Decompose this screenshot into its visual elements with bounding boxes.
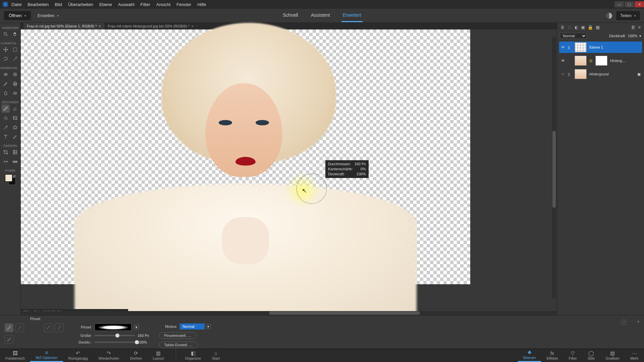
swap-colors-icon[interactable]: ⇄ <box>13 174 16 178</box>
size-slider[interactable] <box>95 335 135 336</box>
taskbar-fotobereich[interactable]: 🖼Fotobereich <box>0 349 30 362</box>
layer-name[interactable]: Hinterg… <box>610 59 626 63</box>
clone-stamp-tool-icon[interactable] <box>11 80 19 88</box>
menu-fenster[interactable]: Fenster <box>176 2 191 7</box>
tab-erweitert[interactable]: Erweitert <box>341 9 363 22</box>
close-tab-icon[interactable]: × <box>99 24 101 28</box>
blend-mode-select[interactable]: Normal <box>180 323 204 329</box>
eraser-tool-icon[interactable] <box>11 105 19 113</box>
options-menu-icon[interactable]: ⋯ <box>630 319 634 324</box>
zoom-tool-icon[interactable] <box>2 30 10 38</box>
collapse-options-icon[interactable]: ▾ <box>637 319 639 324</box>
taskbar-ebenen[interactable]: ❖Ebenen <box>518 349 541 362</box>
brush-variant-3-icon[interactable] <box>5 335 13 344</box>
taskbar-wz-optionen[interactable]: ≡WZ-Optionen <box>30 349 63 362</box>
lock-layer-icon[interactable]: 🔒 <box>588 25 593 30</box>
opacity-value[interactable]: 100% <box>138 340 147 344</box>
size-value[interactable]: 160 Px <box>138 334 149 338</box>
menu-filter[interactable]: Filter <box>141 2 150 7</box>
brush-settings-button[interactable]: Pinseleinstell. … <box>159 332 196 339</box>
spot-heal-tool-icon[interactable] <box>11 70 19 78</box>
menu-ebene[interactable]: Ebene <box>99 2 112 7</box>
adjustment-layer-icon[interactable]: ◐ <box>575 25 578 30</box>
taskbar-stile[interactable]: ◯Stile <box>582 349 600 362</box>
link-layers-icon[interactable]: ▦ <box>596 25 600 30</box>
pencil-tool-icon[interactable] <box>11 133 19 141</box>
delete-layer-icon[interactable]: 🗑 <box>631 25 635 30</box>
taskbar-rückgängig[interactable]: ↶Rückgängig <box>63 349 93 362</box>
tab-schnell[interactable]: Schnell <box>281 9 300 22</box>
taskbar-wiederholen[interactable]: ↷Wiederholen <box>93 349 125 362</box>
tablet-settings-button[interactable]: Tablet-Einstell. … <box>159 342 198 348</box>
hand-tool-icon[interactable] <box>11 30 19 38</box>
marquee-tool-icon[interactable] <box>11 46 19 54</box>
link-icon[interactable]: ⛓ <box>589 59 593 63</box>
create-button[interactable]: Erstellen <box>38 13 59 18</box>
document-tab-1[interactable]: Frau in rot.jpg bei 50% (Ebene 1, RGB/8)… <box>23 23 104 29</box>
menu-bild[interactable]: Bild <box>55 2 62 7</box>
brush-preview[interactable] <box>95 323 131 331</box>
eyedropper-tool-icon[interactable] <box>2 123 10 131</box>
layer-extra-icon[interactable]: ▯ <box>568 72 572 76</box>
chevron-down-icon[interactable]: ▾ <box>206 324 211 329</box>
layer-name[interactable]: Ebene 1 <box>589 45 603 49</box>
open-button[interactable]: Öffnen <box>4 11 31 20</box>
close-tab-icon[interactable]: × <box>192 24 194 28</box>
redeye-tool-icon[interactable] <box>2 70 10 78</box>
layer-row[interactable]: 👁 ▯ Ebene 1 <box>559 42 642 53</box>
brush-variant-2-icon[interactable] <box>15 323 24 332</box>
taskbar-effekte[interactable]: fxEffekte <box>541 349 563 362</box>
opacity-value[interactable]: 100% <box>628 34 637 38</box>
paint-bucket-tool-icon[interactable] <box>2 114 10 122</box>
taskbar-filter[interactable]: ▽Filter <box>564 349 582 362</box>
help-icon[interactable]: ? <box>621 319 627 325</box>
taskbar-grafiken[interactable]: ▧Grafiken <box>600 349 625 362</box>
share-button[interactable]: Teilen <box>616 11 640 20</box>
content-aware-move-tool-icon[interactable] <box>2 158 10 166</box>
move-tool-icon[interactable] <box>2 46 10 54</box>
menu-hilfe[interactable]: Hilfe <box>197 2 206 7</box>
layer-row[interactable]: 👁 ▯ Hintergrund ▣ <box>559 68 642 80</box>
tab-assistent[interactable]: Assistent <box>310 9 331 22</box>
layer-name[interactable]: Hintergrund <box>589 72 608 76</box>
lasso-tool-icon[interactable] <box>2 55 10 63</box>
color-swatch[interactable]: ⇄ <box>5 174 16 185</box>
window-maximize-button[interactable]: ▢ <box>625 1 634 7</box>
brush-picker-dropdown-icon[interactable]: ▾ <box>134 325 139 329</box>
menu-datei[interactable]: Datei <box>11 2 21 7</box>
sponge-tool-icon[interactable] <box>11 89 19 97</box>
panel-menu-icon[interactable]: ≡ <box>638 25 641 30</box>
visibility-toggle-icon[interactable]: 👁 <box>560 59 565 63</box>
blur-tool-icon[interactable] <box>2 89 10 97</box>
new-group-icon[interactable]: 🗀 <box>568 25 572 30</box>
menu-ueberarbeiten[interactable]: Überarbeiten <box>68 2 93 7</box>
brush-variant-4-icon[interactable] <box>44 323 53 332</box>
menu-bearbeiten[interactable]: Bearbeiten <box>28 2 49 7</box>
theme-toggle-icon[interactable] <box>606 13 612 19</box>
shape-tool-icon[interactable] <box>11 123 19 131</box>
taskbar-drehen[interactable]: ⟳Drehen <box>124 349 147 362</box>
layer-mask-thumbnail[interactable] <box>595 56 607 66</box>
layer-thumbnail[interactable] <box>575 42 587 52</box>
visibility-toggle-icon[interactable]: 👁 <box>560 45 565 49</box>
taskbar-organizer[interactable]: ◧Organizer <box>179 349 206 362</box>
gradient-tool-icon[interactable] <box>11 114 19 122</box>
layer-mask-icon[interactable]: ▣ <box>581 25 585 30</box>
new-layer-icon[interactable]: 🗎 <box>560 25 565 30</box>
blend-mode-select[interactable]: Normal <box>560 33 587 39</box>
recompose-tool-icon[interactable] <box>11 148 19 156</box>
document-tab-2[interactable]: Frau mit rotem Hintergrund.jpg bei 50% (… <box>104 23 197 29</box>
menu-auswahl[interactable]: Auswahl <box>118 2 135 7</box>
horizontal-scrollbar[interactable] <box>21 311 557 315</box>
visibility-toggle-icon[interactable]: 👁 <box>560 72 565 76</box>
vertical-scrollbar[interactable] <box>552 37 556 298</box>
menu-ansicht[interactable]: Ansicht <box>156 2 171 7</box>
magic-wand-tool-icon[interactable] <box>11 55 19 63</box>
foreground-color-swatch[interactable] <box>5 174 12 182</box>
brush-variant-5-icon[interactable] <box>55 323 64 332</box>
type-tool-icon[interactable] <box>2 133 10 141</box>
brush-variant-1-icon[interactable] <box>5 323 13 332</box>
chevron-down-icon[interactable]: ▾ <box>639 34 641 38</box>
layer-thumbnail[interactable] <box>575 56 587 66</box>
crop-tool-icon[interactable] <box>2 148 10 156</box>
